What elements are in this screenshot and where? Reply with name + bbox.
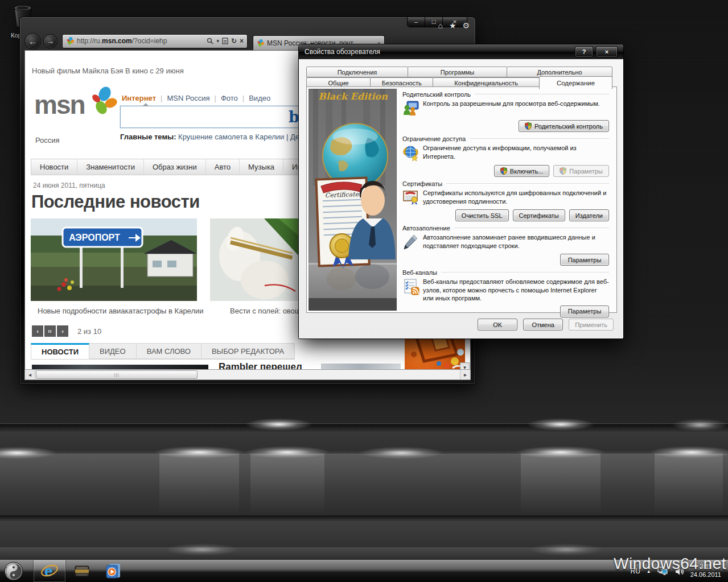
restrict-settings-label: Параметры bbox=[569, 168, 603, 175]
news-caption-1[interactable]: Новые подробности авиакатастрофы в Карел… bbox=[38, 307, 204, 315]
scope-tab-internet[interactable]: Интернет bbox=[122, 94, 156, 102]
light-glint bbox=[0, 447, 57, 459]
dialog-titlebar[interactable]: Свойства обозревателя ? × bbox=[299, 44, 623, 59]
nav-item-news[interactable]: Новости bbox=[31, 159, 77, 175]
scroll-left-button[interactable]: ◂ bbox=[25, 370, 35, 379]
refresh-icon[interactable]: ↻ bbox=[231, 37, 237, 45]
publishers-button[interactable]: Издатели bbox=[569, 209, 609, 221]
stop-icon[interactable]: × bbox=[240, 37, 244, 45]
ok-button[interactable]: OK bbox=[478, 319, 517, 331]
news-image-airport[interactable]: АЭРОПОРТ bbox=[31, 218, 197, 301]
cancel-button[interactable]: Отмена bbox=[523, 319, 563, 331]
certificate-icon bbox=[402, 189, 419, 205]
tab-video[interactable]: ВИДЕО bbox=[89, 343, 137, 359]
help-button[interactable]: ? bbox=[575, 46, 593, 57]
carousel-prev-button[interactable]: ‹ bbox=[32, 325, 43, 337]
publishers-label: Издатели bbox=[575, 212, 603, 219]
favorites-icon[interactable]: ★ bbox=[449, 21, 456, 30]
explorer-icon bbox=[74, 564, 90, 579]
start-button[interactable] bbox=[3, 561, 24, 581]
nav-item-celebs[interactable]: Знаменитости bbox=[77, 159, 144, 175]
tab-your-word[interactable]: ВАМ СЛОВО bbox=[137, 343, 201, 359]
taskbar-explorer-button[interactable] bbox=[66, 560, 98, 582]
cancel-label: Отмена bbox=[532, 321, 554, 328]
enable-label: Включить... bbox=[510, 168, 544, 175]
certificates-label: Сертификаты bbox=[519, 212, 559, 219]
search-dropdown-icon[interactable]: ▾ bbox=[216, 38, 219, 44]
scroll-right-button[interactable]: ▸ bbox=[460, 370, 470, 379]
watermark: Windows64.net bbox=[614, 555, 726, 573]
msn-region-label: Россия bbox=[35, 136, 60, 145]
home-icon[interactable]: ⌂ bbox=[438, 21, 442, 30]
dialog-tabs: Подключения Программы Дополнительно Общи… bbox=[306, 67, 612, 89]
page-date: 24 июня 2011, пятница bbox=[33, 181, 105, 189]
wmp-icon bbox=[105, 563, 122, 579]
ok-label: OK bbox=[493, 321, 502, 328]
scope-tab-photo[interactable]: Фото bbox=[221, 94, 238, 102]
feeds-settings-label: Параметры bbox=[568, 308, 602, 315]
tab-programs[interactable]: Программы bbox=[408, 67, 507, 77]
nav-item-auto[interactable]: Авто bbox=[206, 159, 240, 175]
address-bar[interactable]: http://ru.msn.com/?ocid=iehp ▾ ↻ × bbox=[62, 34, 248, 48]
news-image-harvest[interactable] bbox=[210, 218, 301, 301]
ie-icon: e bbox=[40, 562, 59, 580]
nav-item-music[interactable]: Музыка bbox=[240, 159, 283, 175]
uac-shield-icon bbox=[500, 167, 507, 175]
scope-tab-msn[interactable]: MSN Россия bbox=[167, 94, 209, 102]
promo-link[interactable]: Новый фильм Майкла Бэя В кино с 29 июня bbox=[32, 67, 184, 75]
url-prefix: http://ru. bbox=[77, 37, 102, 45]
autocomplete-settings-button[interactable]: Параметры bbox=[560, 254, 609, 266]
web-feeds-icon bbox=[402, 278, 419, 295]
content-tab-panel: Black Edition Certificate bbox=[306, 86, 617, 313]
content-sections: Родительский контроль Контроль за разреш… bbox=[402, 91, 609, 317]
light-glint bbox=[359, 447, 444, 459]
search-box: b bbox=[120, 106, 302, 128]
light-shaft bbox=[521, 453, 601, 516]
autocomplete-pen-icon bbox=[402, 234, 418, 250]
light-shaft bbox=[159, 453, 239, 516]
tools-icon[interactable]: ⚙ bbox=[462, 21, 470, 30]
compatibility-icon[interactable] bbox=[222, 38, 228, 44]
internet-options-dialog[interactable]: Свойства обозревателя ? × Подключения Пр… bbox=[299, 44, 623, 339]
news-caption-2[interactable]: Вести с полей: овощи bbox=[230, 307, 305, 315]
dialog-close-button[interactable]: × bbox=[596, 46, 618, 57]
scrollbar-grip: ||| bbox=[114, 372, 119, 377]
search-icon[interactable] bbox=[207, 38, 213, 44]
url-domain: msn.com bbox=[102, 37, 132, 45]
carousel-next-button[interactable]: › bbox=[57, 325, 68, 337]
nav-item-lifestyle[interactable]: Образ жизни bbox=[144, 159, 206, 175]
bing-logo: b bbox=[289, 108, 299, 126]
enable-button[interactable]: Включить... bbox=[494, 165, 550, 177]
certificate-label: Certificate bbox=[325, 191, 360, 199]
feeds-settings-button[interactable]: Параметры bbox=[560, 306, 609, 317]
content-tabs: НОВОСТИ ВИДЕО ВАМ СЛОВО ВЫБОР РЕДАКТОРА bbox=[31, 343, 295, 360]
minimize-button[interactable]: – bbox=[408, 17, 425, 27]
light-glint bbox=[527, 418, 595, 431]
game-promo-image[interactable] bbox=[405, 335, 465, 370]
wallpaper-band bbox=[0, 515, 728, 547]
scope-tab-video[interactable]: Видео bbox=[249, 94, 270, 102]
certificates-button[interactable]: Сертификаты bbox=[513, 209, 565, 221]
tab-connections[interactable]: Подключения bbox=[306, 67, 408, 77]
msn-logo[interactable]: msn bbox=[34, 92, 85, 118]
clear-ssl-button[interactable]: Очистить SSL bbox=[455, 209, 509, 221]
back-button[interactable]: ← bbox=[24, 33, 41, 49]
scrollbar-thumb[interactable]: ||| bbox=[36, 370, 198, 379]
taskbar-wmp-button[interactable] bbox=[98, 560, 130, 582]
carousel-position: 2 из 10 bbox=[77, 327, 101, 336]
msn-tab-favicon bbox=[257, 39, 264, 47]
tab-editors-choice[interactable]: ВЫБОР РЕДАКТОРА bbox=[201, 343, 295, 359]
horizontal-scrollbar[interactable]: ◂ ||| ▸ bbox=[24, 369, 471, 380]
dialog-footer: OK Отмена Применить bbox=[478, 319, 614, 331]
tab-content[interactable]: Содержание bbox=[539, 76, 612, 89]
light-glint bbox=[529, 543, 603, 556]
carousel-pause-button[interactable]: II bbox=[44, 325, 56, 337]
carousel-controls: ‹ II › 2 из 10 bbox=[32, 325, 101, 337]
topics-links[interactable]: Крушение самолета в Карелии | День п bbox=[178, 133, 313, 141]
search-input[interactable] bbox=[121, 108, 289, 126]
forward-button[interactable]: → bbox=[43, 34, 57, 48]
parental-control-button[interactable]: Родительский контроль bbox=[519, 120, 609, 132]
tab-news[interactable]: НОВОСТИ bbox=[31, 343, 89, 359]
taskbar-ie-button[interactable]: e bbox=[33, 560, 66, 582]
news-teaser-headline[interactable]: Rambler перешел bbox=[219, 361, 302, 370]
